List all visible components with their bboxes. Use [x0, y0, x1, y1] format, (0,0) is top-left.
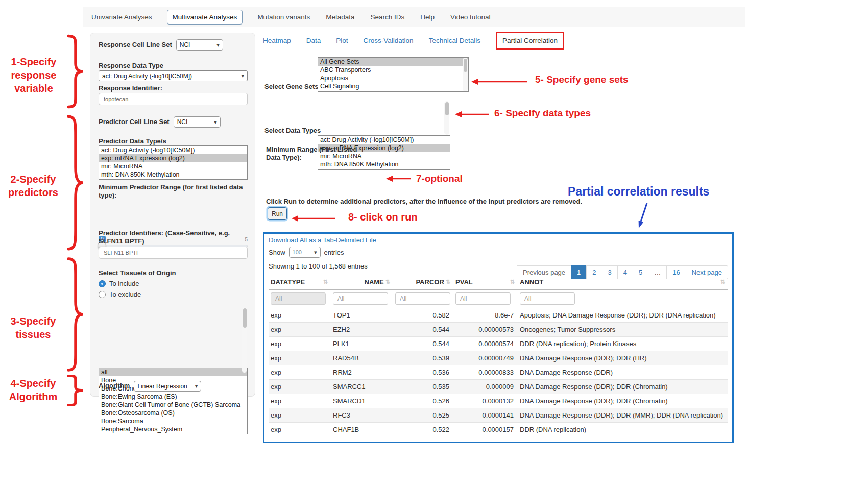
cell-datatype: exp — [269, 351, 331, 365]
listbox-option[interactable]: exp: mRNA Expression (log2) — [99, 154, 247, 162]
top-nav-tab[interactable]: Video tutorial — [449, 10, 492, 25]
scrollbar-thumb[interactable] — [445, 102, 449, 115]
table-row: exp RAD54B 0.539 0.00000749 DNA Damage R… — [269, 351, 728, 365]
column-header[interactable]: DATATYPE ⇅ — [269, 275, 331, 290]
page-button[interactable]: 3 — [602, 265, 618, 279]
result-tab[interactable]: Data — [306, 37, 321, 44]
cell-datatype: exp — [269, 323, 331, 337]
algorithm-select[interactable]: Linear Regression▾ — [134, 381, 201, 392]
page-button[interactable]: 4 — [617, 265, 633, 279]
column-header[interactable]: NAME ⇅ — [331, 275, 393, 290]
listbox-option[interactable]: all — [99, 368, 247, 376]
filter-input-pval[interactable] — [455, 292, 511, 305]
results-title-annotation: Partial correlation results — [568, 185, 709, 199]
min-predictor-range-label: Minimum Predictor Range (for first liste… — [99, 183, 248, 200]
scrollbar-thumb[interactable] — [464, 59, 467, 72]
filter-input-datatype[interactable] — [271, 292, 326, 305]
filter-input-parcor[interactable] — [395, 292, 450, 305]
response-data-type-select[interactable]: act: Drug Activity (-log10[IC50M])▾ — [99, 70, 248, 81]
listbox-option[interactable]: Peripheral_Nervous_System — [99, 425, 247, 433]
annotation-step7: 7-optional — [416, 173, 463, 185]
listbox-option[interactable]: Bone:Giant Cell Tumor of Bone (GCTB) Sar… — [99, 401, 247, 409]
cell-pval: 0.000009 — [453, 380, 518, 394]
top-nav-tab[interactable]: Help — [419, 10, 436, 25]
page-button[interactable]: 5 — [633, 265, 648, 279]
cell-datatype: exp — [269, 308, 331, 323]
scrollbar[interactable] — [242, 307, 247, 373]
predictor-data-types-listbox[interactable]: act: Drug Activity (-log10[IC50M])exp: m… — [99, 145, 248, 180]
listbox-option[interactable]: Bone:Sarcoma — [99, 417, 247, 425]
red-arrow-icon — [291, 214, 336, 225]
brace-icon — [64, 112, 87, 253]
input-side-panel: Response Cell Line Set NCI▾ Response Dat… — [90, 33, 255, 397]
listbox-option[interactable]: mir: MicroRNA — [99, 162, 247, 170]
cell-annot: Apoptosis; DNA Damage Response (DDR); DD… — [518, 308, 728, 323]
page-button[interactable]: 2 — [586, 265, 602, 279]
page-button[interactable]: 1 — [571, 265, 587, 279]
download-link[interactable]: Download All as a Tab-Delimited File — [269, 236, 728, 244]
exclude-radio[interactable] — [99, 291, 106, 298]
cell-name: CHAF1B — [331, 423, 393, 437]
result-tab[interactable]: Partial Correlation — [496, 32, 564, 50]
gene-sets-listbox[interactable]: All Gene SetsABC TransportersApoptosisCe… — [318, 57, 469, 92]
show-entries-select[interactable]: 100▾ — [289, 247, 321, 258]
result-tab[interactable]: Heatmap — [263, 37, 291, 44]
predictor-cell-line-set-select[interactable]: NCI▾ — [174, 116, 221, 128]
scrollbar-thumb[interactable] — [243, 308, 247, 328]
scrollbar[interactable] — [463, 58, 468, 91]
run-button[interactable]: Run — [268, 207, 287, 220]
sort-icon[interactable]: ⇅ — [510, 279, 515, 285]
algorithm-label: Algorithm — [99, 382, 130, 390]
listbox-option[interactable]: Apoptosis — [318, 74, 468, 82]
page-button[interactable]: Previous page — [517, 265, 571, 279]
table-row: exp RFC3 0.525 0.0000141 DNA Damage Resp… — [269, 408, 728, 423]
sort-icon[interactable]: ⇅ — [720, 279, 725, 285]
annotation-step8: 8- click on run — [348, 210, 418, 224]
top-nav: Univariate AnalysesMultivariate Analyses… — [83, 7, 745, 27]
filter-input-annot[interactable] — [520, 292, 575, 305]
listbox-option[interactable]: Cell Signaling — [318, 82, 468, 90]
top-nav-tab[interactable]: Search IDs — [369, 10, 405, 25]
sort-icon[interactable]: ⇅ — [323, 279, 328, 285]
top-nav-tab[interactable]: Mutation variants — [256, 10, 311, 25]
column-header-label: ANNOT — [520, 278, 543, 286]
listbox-option[interactable]: All Gene Sets — [318, 58, 468, 66]
include-radio[interactable] — [99, 280, 106, 287]
cell-datatype: exp — [269, 394, 331, 408]
cell-datatype: exp — [269, 337, 331, 351]
top-nav-tab[interactable]: Metadata — [325, 10, 355, 25]
page-button[interactable]: … — [648, 265, 667, 279]
annotation-step6: 6- Specify data types — [494, 107, 591, 120]
listbox-option[interactable]: act: Drug Activity (-log10[IC50M]) — [318, 136, 450, 144]
page-button[interactable]: 16 — [666, 265, 686, 279]
top-nav-tab[interactable]: Multivariate Analyses — [167, 10, 243, 25]
result-tab[interactable]: Cross-Validation — [364, 37, 414, 44]
sort-icon[interactable]: ⇅ — [446, 279, 450, 285]
cell-datatype: exp — [269, 423, 331, 437]
listbox-option[interactable]: mth: DNA 850K Methylation — [99, 170, 247, 179]
tissue-listbox[interactable]: allBoneBone:Chondrosarcoma (CHS)Bone:Ewi… — [99, 368, 248, 434]
column-header[interactable]: PVAL ⇅ — [453, 275, 518, 290]
table-row: exp SMARCC1 0.535 0.000009 DNA Damage Re… — [269, 380, 728, 394]
listbox-option[interactable]: Bone:Osteosarcoma (OS) — [99, 409, 247, 417]
predictor-identifiers-label: Predictor Identifiers: (Case-Sensitive, … — [99, 229, 248, 246]
top-nav-tab[interactable]: Univariate Analyses — [90, 10, 153, 25]
result-tab[interactable]: Plot — [336, 37, 348, 44]
listbox-option[interactable]: act: Drug Activity (-log10[IC50M]) — [99, 146, 247, 154]
sort-icon[interactable]: ⇅ — [385, 279, 390, 285]
column-header[interactable]: PARCOR ⇅ — [393, 275, 453, 290]
response-cell-line-set-select[interactable]: NCI▾ — [176, 39, 223, 51]
response-data-type-label: Response Data Type — [99, 62, 163, 70]
annotation-step3: 3-Specify tissues — [5, 314, 61, 341]
scrollbar[interactable] — [444, 101, 449, 135]
cell-pval: 0.00000573 — [453, 323, 518, 337]
listbox-option[interactable]: ABC Transporters — [318, 66, 468, 74]
cell-pval: 0.0000157 — [453, 423, 518, 437]
result-tab[interactable]: Technical Details — [429, 37, 480, 44]
column-header-label: DATATYPE — [271, 278, 305, 286]
predictor-identifiers-input[interactable] — [99, 247, 248, 259]
listbox-option[interactable]: Bone:Ewing Sarcoma (ES) — [99, 393, 247, 401]
response-identifier-input[interactable] — [99, 93, 248, 105]
filter-input-name[interactable] — [333, 292, 388, 305]
page-button[interactable]: Next page — [686, 265, 728, 279]
